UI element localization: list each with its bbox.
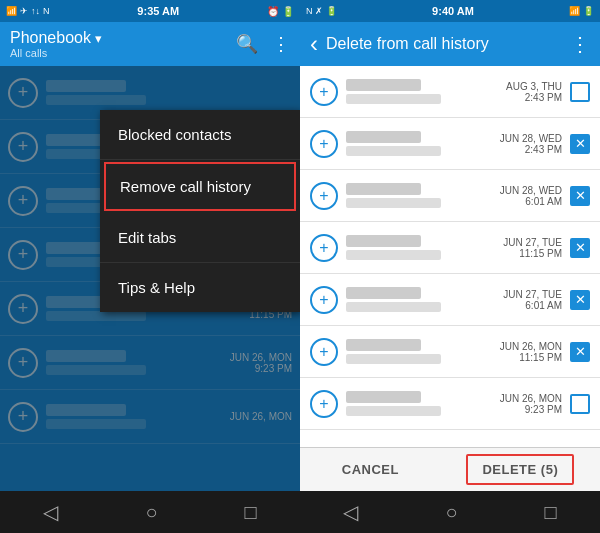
- back-nav-icon[interactable]: ◁: [43, 500, 58, 524]
- left-status-bar: 📶 ✈ ↑↓ N 9:35 AM ⏰ 🔋: [0, 0, 300, 22]
- delete-item-info: [346, 339, 500, 364]
- search-icon[interactable]: 🔍: [236, 33, 258, 55]
- right-status-bar: N ✗ 🔋 9:40 AM 📶 🔋: [300, 0, 600, 22]
- unknown-name: [346, 339, 421, 351]
- alarm-icon: ⏰: [267, 6, 279, 17]
- left-nav-bar: ◁ ○ □: [0, 491, 300, 533]
- home-nav-icon[interactable]: ○: [145, 501, 157, 524]
- dropdown-arrow-icon[interactable]: ▾: [95, 31, 102, 46]
- call-date: JUN 28, WED2:43 PM: [500, 133, 562, 155]
- phonebook-title-group: Phonebook ▾ All calls: [10, 29, 102, 59]
- battery-icon: 🔋: [282, 6, 294, 17]
- back-nav-icon[interactable]: ◁: [343, 500, 358, 524]
- unknown-name: [346, 131, 421, 143]
- delete-list-item[interactable]: + JUN 27, TUE6:01 AM ✕: [300, 274, 600, 326]
- phonebook-title: Phonebook: [10, 29, 91, 47]
- more-options-icon[interactable]: ⋮: [272, 33, 290, 55]
- select-checkbox[interactable]: ✕: [570, 186, 590, 206]
- left-right-icons: ⏰ 🔋: [267, 6, 294, 17]
- right-time: 9:40 AM: [432, 5, 474, 17]
- add-icon: +: [310, 390, 338, 418]
- add-icon: +: [310, 286, 338, 314]
- delete-item-info: [346, 391, 500, 416]
- delete-item-info: [346, 235, 503, 260]
- add-icon: +: [310, 130, 338, 158]
- unknown-number: [346, 146, 441, 156]
- wifi-icon: ✈: [20, 6, 28, 16]
- signal-icon: 📶: [6, 6, 17, 16]
- unknown-number: [346, 354, 441, 364]
- unknown-name: [346, 79, 421, 91]
- delete-list-item[interactable]: + JUN 28, WED6:01 AM ✕: [300, 170, 600, 222]
- unknown-name: [346, 287, 421, 299]
- right-nav-bar: ◁ ○ □: [300, 491, 600, 533]
- delete-history-title: Delete from call history: [326, 35, 562, 53]
- unknown-name: [346, 391, 421, 403]
- add-icon: +: [310, 182, 338, 210]
- select-checkbox[interactable]: [570, 394, 590, 414]
- left-status-icons: 📶 ✈ ↑↓ N: [6, 6, 50, 16]
- context-menu: Blocked contacts Remove call history Edi…: [100, 110, 300, 312]
- left-panel: 📶 ✈ ↑↓ N 9:35 AM ⏰ 🔋 Phonebook ▾ All cal…: [0, 0, 300, 533]
- delete-list-item[interactable]: + AUG 3, THU2:43 PM: [300, 66, 600, 118]
- left-call-list: + + + JUN 27, TUE11:15 PM +: [0, 66, 300, 491]
- right-toolbar: ‹ Delete from call history ⋮: [300, 22, 600, 66]
- select-checkbox[interactable]: ✕: [570, 342, 590, 362]
- unknown-number: [346, 302, 441, 312]
- unknown-name: [346, 183, 421, 195]
- left-time: 9:35 AM: [137, 5, 179, 17]
- sim-icon: N: [43, 6, 50, 16]
- right-more-icon[interactable]: ⋮: [570, 32, 590, 56]
- unknown-name: [346, 235, 421, 247]
- edit-tabs-menu-item[interactable]: Edit tabs: [100, 213, 300, 263]
- left-toolbar-icons: 🔍 ⋮: [236, 33, 290, 55]
- right-panel: N ✗ 🔋 9:40 AM 📶 🔋 ‹ Delete from call his…: [300, 0, 600, 533]
- delete-list-item[interactable]: + JUN 26, MON11:15 PM ✕: [300, 326, 600, 378]
- call-date: JUN 26, MON9:23 PM: [500, 393, 562, 415]
- add-icon: +: [310, 78, 338, 106]
- delete-call-list: + AUG 3, THU2:43 PM + JUN 28, WED2:43 PM…: [300, 66, 600, 447]
- unknown-number: [346, 198, 441, 208]
- recents-nav-icon[interactable]: □: [244, 501, 256, 524]
- bottom-action-bar: CANCEL DELETE (5): [300, 447, 600, 491]
- delete-item-info: [346, 79, 506, 104]
- data-icon: ↑↓: [31, 6, 40, 16]
- tips-help-menu-item[interactable]: Tips & Help: [100, 263, 300, 312]
- unknown-number: [346, 94, 441, 104]
- select-checkbox[interactable]: ✕: [570, 238, 590, 258]
- right-status-right: 📶 🔋: [569, 6, 594, 16]
- call-date: JUN 27, TUE6:01 AM: [503, 289, 562, 311]
- add-icon: +: [310, 338, 338, 366]
- delete-list-item[interactable]: + JUN 27, TUE11:15 PM ✕: [300, 222, 600, 274]
- delete-list-item[interactable]: + JUN 26, MON9:23 PM: [300, 378, 600, 430]
- left-toolbar: Phonebook ▾ All calls 🔍 ⋮: [0, 22, 300, 66]
- call-date: JUN 28, WED6:01 AM: [500, 185, 562, 207]
- add-icon: +: [310, 234, 338, 262]
- select-checkbox[interactable]: ✕: [570, 290, 590, 310]
- select-checkbox[interactable]: [570, 82, 590, 102]
- delete-item-info: [346, 183, 500, 208]
- cancel-button[interactable]: CANCEL: [326, 454, 415, 485]
- call-date: AUG 3, THU2:43 PM: [506, 81, 562, 103]
- call-date: JUN 26, MON11:15 PM: [500, 341, 562, 363]
- blocked-contacts-menu-item[interactable]: Blocked contacts: [100, 110, 300, 160]
- unknown-number: [346, 250, 441, 260]
- back-button[interactable]: ‹: [310, 30, 318, 58]
- delete-item-info: [346, 131, 500, 156]
- delete-list-item[interactable]: + JUN 28, WED2:43 PM ✕: [300, 118, 600, 170]
- all-calls-label: All calls: [10, 47, 102, 59]
- delete-button[interactable]: DELETE (5): [466, 454, 574, 485]
- right-status-left: N ✗ 🔋: [306, 6, 337, 16]
- recents-nav-icon[interactable]: □: [544, 501, 556, 524]
- unknown-number: [346, 406, 441, 416]
- select-checkbox[interactable]: ✕: [570, 134, 590, 154]
- remove-call-history-menu-item[interactable]: Remove call history: [104, 162, 296, 211]
- home-nav-icon[interactable]: ○: [445, 501, 457, 524]
- call-date: JUN 27, TUE11:15 PM: [503, 237, 562, 259]
- delete-item-info: [346, 287, 503, 312]
